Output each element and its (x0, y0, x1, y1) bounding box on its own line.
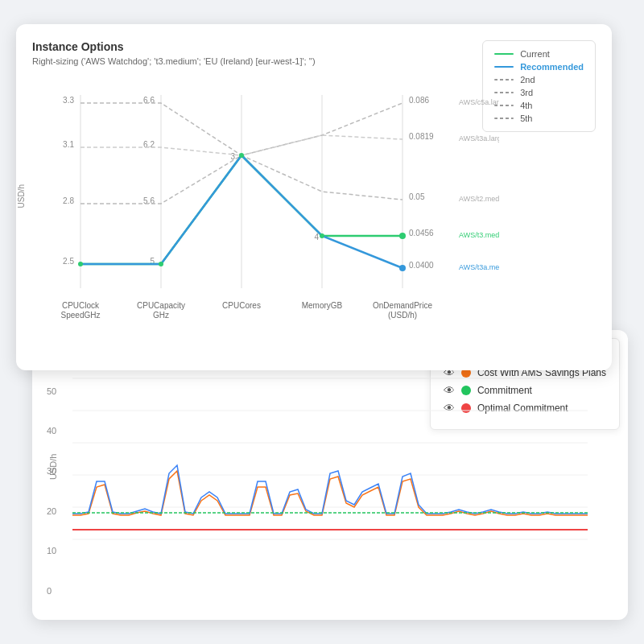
svg-text:2.5: 2.5 (63, 257, 74, 266)
svg-text:0.086: 0.086 (409, 96, 429, 105)
legend-current: Current (494, 49, 584, 59)
svg-text:CPUCores: CPUCores (222, 301, 261, 310)
svg-text:(USD/h): (USD/h) (388, 311, 417, 320)
svg-text:AWS/c5a.large/EU (Ire...: AWS/c5a.large/EU (Ire... (459, 98, 499, 106)
svg-point-21 (159, 262, 163, 266)
legend-current-label: Current (520, 49, 550, 59)
svg-text:3: 3 (230, 152, 235, 161)
svg-point-20 (78, 262, 83, 266)
recommended-line-icon (494, 66, 514, 68)
svg-point-24 (399, 233, 406, 239)
current-line-icon (494, 53, 514, 55)
cost-chart-svg (72, 346, 588, 572)
svg-text:OnDemandPrice: OnDemandPrice (373, 301, 432, 310)
parallel-coordinates-chart: 3.3 3.1 2.8 2.5 6.6 6.2 5.6 5 3 0.086 0.… (32, 79, 499, 328)
svg-text:4: 4 (314, 233, 319, 242)
svg-text:SpeedGHz: SpeedGHz (61, 311, 101, 320)
svg-text:CPUClock: CPUClock (62, 301, 100, 310)
svg-text:AWS/t2.medium/EU (Ireland) [eu: AWS/t2.medium/EU (Ireland) [eu-west-1]/L… (459, 195, 499, 203)
svg-point-25 (399, 265, 406, 271)
svg-text:2.8: 2.8 (63, 196, 74, 205)
svg-point-23 (320, 233, 324, 238)
legend-recommended-label: Recommended (520, 62, 584, 72)
instance-options-card: Instance Options Right-sizing ('AWS Watc… (16, 24, 612, 370)
svg-text:CPUCapacity: CPUCapacity (137, 301, 185, 310)
svg-text:0.0456: 0.0456 (409, 229, 434, 237)
y-axis-labels: 60 50 40 30 20 10 0 (47, 346, 56, 596)
top-y-label: USD/h (17, 184, 26, 208)
svg-text:AWS/t3a.large/EU (Ire...: AWS/t3a.large/EU (Ire... (459, 134, 499, 142)
svg-point-22 (239, 153, 244, 158)
svg-text:3.1: 3.1 (63, 140, 74, 149)
svg-text:MemoryGB: MemoryGB (302, 301, 343, 310)
legend-recommended: Recommended (494, 62, 584, 72)
svg-text:0.0819: 0.0819 (409, 132, 434, 141)
svg-text:0.05: 0.05 (409, 192, 425, 201)
svg-text:3.3: 3.3 (63, 96, 74, 105)
svg-text:GHz: GHz (153, 311, 169, 320)
svg-text:AWS/t3.medium/EU (Ireland) [eu: AWS/t3.medium/EU (Ireland) [eu-west-1]/L… (459, 231, 499, 239)
svg-text:AWS/t3a.medium/EU (Ireland) [e: AWS/t3a.medium/EU (Ireland) [eu-west-1]/… (459, 263, 499, 271)
cost-chart-card: USD/h 60 50 40 30 20 10 0 👁 Cost on dema… (32, 330, 628, 620)
svg-text:0.0400: 0.0400 (409, 261, 434, 270)
